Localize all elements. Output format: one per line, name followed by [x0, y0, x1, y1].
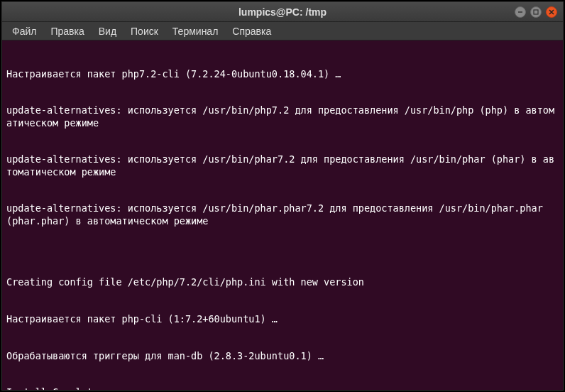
maximize-button[interactable] [530, 6, 542, 18]
svg-rect-1 [534, 10, 538, 14]
menu-file[interactable]: Файл [6, 24, 42, 38]
output-line: update-alternatives: используется /usr/b… [6, 202, 559, 227]
output-line: Настраивается пакет php-cli (1:7.2+60ubu… [6, 313, 559, 325]
window-title: lumpics@PC: /tmp [238, 6, 327, 18]
output-line: Обрабатываются триггеры для man-db (2.8.… [6, 350, 559, 362]
maximize-icon [533, 9, 539, 15]
menu-help[interactable]: Справка [226, 24, 277, 38]
menubar: Файл Правка Вид Поиск Терминал Справка [2, 22, 563, 40]
output-line: Install Complete [6, 386, 559, 390]
terminal-window: lumpics@PC: /tmp Файл Правка Вид Поиск Т… [1, 1, 564, 391]
output-line: update-alternatives: используется /usr/b… [6, 153, 559, 178]
menu-search[interactable]: Поиск [125, 24, 164, 38]
minimize-button[interactable] [515, 6, 526, 18]
terminal-output[interactable]: Настраивается пакет php7.2-cli (7.2.24-0… [2, 40, 563, 390]
output-line: Creating config file /etc/php/7.2/cli/ph… [6, 276, 559, 288]
minimize-icon [517, 9, 523, 15]
close-icon [549, 9, 554, 15]
titlebar: lumpics@PC: /tmp [2, 2, 563, 22]
output-line: Настраивается пакет php7.2-cli (7.2.24-0… [6, 68, 559, 80]
menu-edit[interactable]: Правка [45, 24, 89, 38]
menu-terminal[interactable]: Терминал [167, 24, 224, 38]
output-line: update-alternatives: используется /usr/b… [6, 104, 559, 129]
close-button[interactable] [546, 6, 557, 18]
menu-view[interactable]: Вид [93, 24, 122, 38]
window-controls [515, 6, 557, 18]
